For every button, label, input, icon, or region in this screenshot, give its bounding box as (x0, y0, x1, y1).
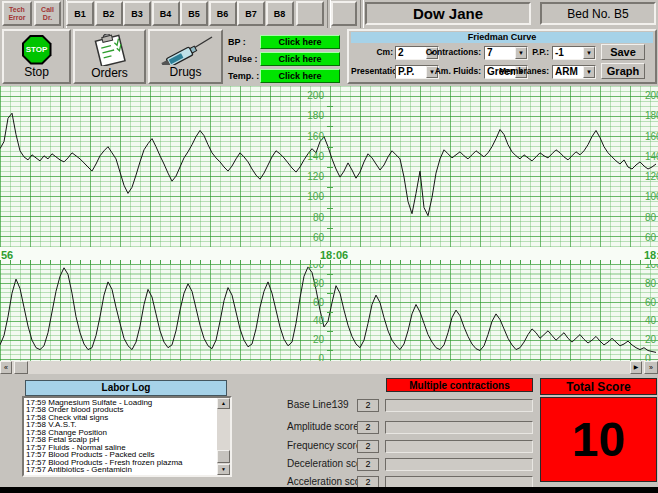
total-score-value: 10 (572, 412, 625, 467)
time-axis: 5618:0618: (0, 247, 658, 264)
chart-scrollbar[interactable]: « ▶ » (0, 361, 658, 374)
log-scrollbar-thumb[interactable] (217, 450, 230, 463)
save-button[interactable]: Save (601, 44, 645, 60)
y-axis-label-right-clipped: 60 (645, 297, 658, 308)
y-axis-label-right-clipped: 120 (645, 171, 658, 182)
y-axis-tick (327, 350, 333, 351)
score-bar-box (385, 421, 533, 434)
time-axis-label: 56 (1, 249, 13, 261)
graph-button[interactable]: Graph (601, 63, 645, 79)
scroll-right-button[interactable]: ▶ (630, 361, 642, 374)
bp-click-here-button[interactable]: Click here (260, 35, 340, 49)
stop-sign-text: STOP (26, 45, 48, 54)
y-axis-tick (327, 312, 333, 313)
contractions-label: Contractions: (409, 45, 481, 59)
bed-button-b3[interactable]: B3 (123, 1, 151, 26)
contractions-value: 7 (487, 47, 493, 59)
pulse-click-here-button[interactable]: Click here (260, 52, 340, 66)
y-axis-label-right-clipped: 140 (645, 151, 658, 162)
labor-log-scrollbar[interactable]: ▲ ▼ (217, 398, 230, 475)
scroll-down-button[interactable]: ▼ (217, 464, 230, 475)
y-axis-label-right-clipped: 40 (645, 315, 658, 326)
y-axis-tick (327, 167, 333, 168)
stop-button[interactable]: STOP Stop (2, 29, 71, 84)
score-value-box: 2 (357, 458, 379, 471)
alert-text: Multiple contractions (409, 380, 510, 391)
y-axis-label-right-clipped: 100 (645, 191, 658, 202)
call-dr-label: Call (41, 6, 54, 14)
y-axis-tick (327, 228, 333, 229)
orders-button[interactable]: Orders (73, 29, 146, 84)
y-axis-label-right-clipped: 160 (645, 131, 658, 142)
membranes-value: ARM (555, 66, 578, 78)
score-row-label: Base Line: (287, 399, 334, 410)
total-score-value-box: 10 (540, 397, 657, 482)
bed-button-b2[interactable]: B2 (95, 1, 123, 26)
pp-station-dropdown[interactable]: -1 ▼ (552, 46, 596, 60)
pulse-click-here-label: Click here (278, 54, 321, 64)
fetal-monitor-app: Tech Error Call Dr. B1B2B3B4B5B6B7B8 Dow… (0, 0, 658, 493)
tech-error-button[interactable]: Tech Error (2, 1, 32, 26)
temp-click-here-label: Click here (278, 71, 321, 81)
y-axis-label-right-clipped: 200 (645, 90, 658, 101)
bed-button-b4[interactable]: B4 (152, 1, 180, 26)
labor-log-list[interactable]: 17:59 Magnesium Sulfate - Loading17:58 O… (22, 396, 232, 477)
drugs-button-label: Drugs (169, 65, 201, 79)
bed-button-b6[interactable]: B6 (209, 1, 237, 26)
cm-label: Cm: (351, 45, 393, 59)
call-dr-label2: Dr. (43, 14, 52, 22)
temp-label: Temp. : (228, 69, 259, 83)
y-axis-label-right-clipped: 80 (645, 278, 658, 289)
y-axis-tick (327, 187, 333, 188)
double-left-arrow-icon: « (4, 362, 8, 373)
drugs-button[interactable]: Drugs (148, 29, 223, 84)
bed-button-b7[interactable]: B7 (237, 1, 265, 26)
y-axis-label: 80 (294, 278, 324, 289)
y-axis-label: 180 (294, 110, 324, 121)
score-value-box: 2 (357, 421, 379, 434)
scroll-up-button[interactable]: ▲ (217, 398, 230, 409)
scroll-far-right-button[interactable]: » (644, 361, 658, 374)
temp-click-here-button[interactable]: Click here (260, 69, 340, 83)
right-arrow-icon: ▶ (634, 362, 639, 373)
topbar-separator (360, 0, 364, 28)
y-axis-label: 40 (294, 315, 324, 326)
y-axis-label-right-clipped: 180 (645, 110, 658, 121)
labor-log-title: Labor Log (25, 380, 227, 396)
pp-station-label: P.P.: (499, 45, 549, 59)
chevron-down-icon[interactable]: ▼ (583, 47, 595, 59)
stop-sign-icon: STOP (22, 35, 52, 65)
bed-button-b5[interactable]: B5 (180, 1, 208, 26)
up-arrow-icon: ▲ (221, 398, 226, 409)
scroll-far-left-button[interactable]: « (0, 361, 12, 374)
vitals-group: BP : Click here Pulse : Click here Temp.… (225, 29, 345, 84)
syringe-icon (158, 35, 214, 65)
call-dr-button[interactable]: Call Dr. (34, 1, 61, 26)
y-axis-label: 60 (294, 297, 324, 308)
spacer-button[interactable] (331, 1, 357, 26)
labor-log-entry[interactable]: 17:56 Start monitoring (24, 474, 217, 477)
stop-button-label: Stop (24, 65, 49, 79)
bed-button-blank[interactable] (296, 1, 324, 26)
bed-button-b1[interactable]: B1 (66, 1, 94, 26)
membranes-dropdown[interactable]: ARM ▼ (552, 65, 596, 79)
chevron-down-icon[interactable]: ▼ (583, 66, 595, 78)
y-axis-tick (327, 147, 333, 148)
pulse-label: Pulse : (228, 52, 258, 66)
y-axis-label: 60 (294, 232, 324, 243)
alert-banner: Multiple contractions (386, 378, 533, 392)
y-axis-label-right-clipped: 100 (645, 264, 658, 270)
y-axis-label-right-clipped: 80 (645, 212, 658, 223)
labor-log-panel: Labor Log 17:59 Magnesium Sulfate - Load… (22, 380, 232, 479)
bp-label: BP : (228, 35, 246, 49)
bed-button-b8[interactable]: B8 (266, 1, 294, 26)
scrollbar-thumb[interactable] (14, 361, 28, 374)
y-axis-label: 0 (294, 353, 324, 361)
double-right-arrow-icon: » (649, 362, 653, 373)
labor-log-entries: 17:59 Magnesium Sulfate - Loading17:58 O… (24, 399, 217, 477)
score-bar-box (385, 399, 533, 412)
score-row-value: 139 (332, 399, 349, 410)
presentation-label: Presentation: (351, 64, 393, 78)
bp-click-here-label: Click here (278, 37, 321, 47)
friedman-curve-title: Friedman Curve (351, 32, 653, 43)
